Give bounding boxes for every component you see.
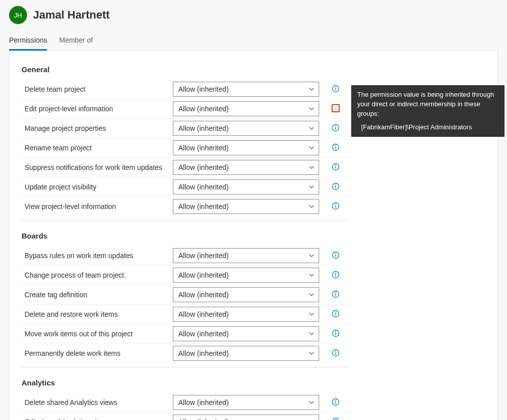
info-icon[interactable] — [332, 104, 340, 112]
tab-permissions[interactable]: Permissions — [9, 33, 47, 51]
info-icon[interactable] — [332, 329, 340, 337]
info-icon[interactable] — [332, 163, 340, 171]
permission-select[interactable]: Allow (inherited) — [173, 307, 319, 322]
info-icon[interactable] — [332, 202, 340, 210]
permission-label: Rename team project — [22, 138, 173, 158]
permission-label: View project-level information — [22, 197, 173, 217]
svg-point-25 — [335, 273, 336, 274]
permissions-table: Delete team projectAllow (inherited)Edit… — [22, 80, 348, 216]
permission-select[interactable]: Allow (inherited) — [173, 248, 319, 263]
permission-label: Create tag definition — [22, 285, 173, 305]
info-icon[interactable] — [332, 310, 340, 318]
permission-label: Manage project properties — [22, 119, 173, 138]
permission-select[interactable]: Allow (inherited) — [173, 101, 319, 116]
permission-label: Edit project-level information — [22, 99, 173, 119]
svg-rect-17 — [335, 186, 336, 188]
chevron-down-icon — [309, 272, 315, 278]
permission-select[interactable]: Allow (inherited) — [173, 414, 319, 420]
permission-select[interactable]: Allow (inherited) — [173, 82, 319, 97]
table-row: Move work items out of this projectAllow… — [22, 324, 348, 344]
tab-bar: PermissionsMember of — [9, 33, 498, 51]
table-row: Manage project propertiesAllow (inherite… — [22, 119, 348, 138]
info-icon[interactable] — [332, 143, 340, 151]
chevron-down-icon — [309, 145, 315, 151]
permission-value: Allow (inherited) — [178, 124, 228, 132]
svg-rect-32 — [335, 313, 336, 316]
permission-select[interactable]: Allow (inherited) — [173, 268, 319, 283]
permission-value: Allow (inherited) — [178, 163, 228, 171]
chevron-down-icon — [309, 253, 315, 259]
svg-rect-11 — [335, 147, 336, 149]
permission-value: Allow (inherited) — [178, 252, 228, 260]
permissions-table: Delete shared Analytics viewsAllow (inhe… — [22, 393, 348, 420]
svg-point-40 — [335, 400, 336, 401]
svg-point-34 — [335, 331, 336, 332]
permission-label: Permanently delete work items — [22, 344, 173, 363]
info-icon[interactable] — [332, 124, 340, 132]
section-title: Analytics — [22, 378, 485, 387]
svg-point-10 — [335, 145, 336, 146]
table-row: Create tag definitionAllow (inherited) — [22, 285, 348, 305]
info-icon[interactable] — [332, 290, 340, 298]
info-icon[interactable] — [332, 271, 340, 279]
chevron-down-icon — [309, 125, 315, 131]
permission-value: Allow (inherited) — [178, 398, 228, 406]
svg-rect-41 — [335, 401, 336, 404]
permissions-table: Bypass rules on work item updatesAllow (… — [22, 246, 348, 363]
permission-value: Allow (inherited) — [178, 291, 228, 299]
svg-point-37 — [335, 351, 336, 352]
svg-rect-29 — [335, 294, 336, 296]
svg-rect-8 — [335, 127, 336, 130]
info-icon[interactable] — [332, 398, 340, 406]
info-icon[interactable] — [332, 417, 340, 421]
info-icon[interactable] — [332, 349, 340, 357]
info-icon[interactable] — [332, 251, 340, 259]
svg-point-16 — [335, 184, 336, 185]
permission-value: Allow (inherited) — [178, 85, 228, 93]
chevron-down-icon — [309, 164, 315, 170]
svg-point-1 — [335, 87, 336, 88]
svg-point-19 — [335, 204, 336, 205]
svg-rect-14 — [335, 166, 336, 169]
permission-select[interactable]: Allow (inherited) — [173, 346, 319, 361]
permission-label: Change process of team project. — [22, 266, 173, 285]
table-row: Delete team projectAllow (inherited) — [22, 80, 348, 99]
avatar: JH — [9, 6, 27, 24]
permission-select[interactable]: Allow (inherited) — [173, 140, 319, 155]
permission-label: Bypass rules on work item updates — [22, 246, 173, 266]
svg-rect-26 — [335, 274, 336, 277]
permission-select[interactable]: Allow (inherited) — [173, 287, 319, 302]
info-icon[interactable] — [332, 85, 340, 93]
chevron-down-icon — [309, 311, 315, 317]
info-icon[interactable] — [332, 182, 340, 190]
tab-member-of[interactable]: Member of — [59, 33, 93, 51]
permission-select[interactable]: Allow (inherited) — [173, 199, 319, 214]
svg-point-28 — [335, 292, 336, 293]
permission-value: Allow (inherited) — [178, 271, 228, 279]
chevron-down-icon — [309, 350, 315, 356]
permission-select[interactable]: Allow (inherited) — [173, 160, 319, 175]
section-divider — [22, 367, 348, 367]
permission-value: Allow (inherited) — [178, 144, 228, 152]
page-title: Jamal Hartnett — [33, 9, 110, 22]
permission-value: Allow (inherited) — [178, 183, 228, 191]
permission-label: Suppress notifications for work item upd… — [22, 158, 173, 177]
permission-value: Allow (inherited) — [178, 105, 228, 113]
svg-point-7 — [335, 126, 336, 127]
svg-rect-20 — [335, 205, 336, 208]
permission-label: Delete shared Analytics views — [22, 393, 173, 412]
svg-rect-23 — [335, 255, 336, 257]
permission-select[interactable]: Allow (inherited) — [173, 326, 319, 341]
permission-select[interactable]: Allow (inherited) — [173, 121, 319, 136]
table-row: Update project visibilityAllow (inherite… — [22, 177, 348, 197]
table-row: Delete and restore work itemsAllow (inhe… — [22, 305, 348, 324]
permission-select[interactable]: Allow (inherited) — [173, 395, 319, 410]
permission-select[interactable]: Allow (inherited) — [173, 179, 319, 194]
permission-value: Allow (inherited) — [178, 330, 228, 338]
permission-label: Delete and restore work items — [22, 305, 173, 324]
section-divider — [22, 220, 348, 221]
tooltip-group: [FabrikamFiber]\Project Administrators — [357, 123, 498, 132]
permission-label: Edit shared Analytics views — [22, 412, 173, 421]
section-title: General — [22, 65, 485, 74]
table-row: Permanently delete work itemsAllow (inhe… — [22, 344, 348, 363]
